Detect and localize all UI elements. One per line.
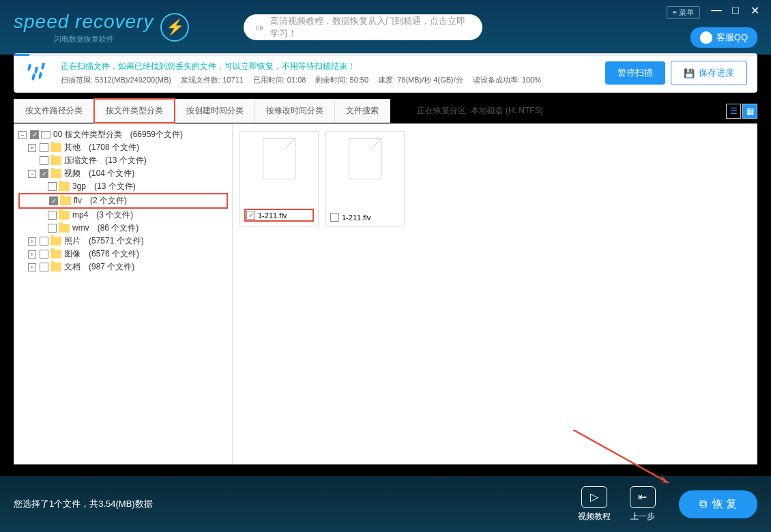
tab-by-type[interactable]: 按文件类型分类 xyxy=(93,98,175,123)
recover-button[interactable]: ⧉ 恢 复 xyxy=(679,490,757,518)
file-icon xyxy=(263,138,295,179)
category-tabs: 按文件路径分类 按文件类型分类 按创建时间分类 按修改时间分类 文件搜索 正在恢… xyxy=(14,98,757,123)
main-content: −✓00 按文件类型分类 (66959个文件) +其他 (1708 个文件) 压… xyxy=(14,123,757,464)
file-checkbox[interactable] xyxy=(330,213,339,222)
list-view-button[interactable]: ☰ xyxy=(726,104,741,119)
back-icon: ⇤ xyxy=(630,486,656,508)
scan-status-bar: 正在扫描文件，如果已经找到您丢失的文件，可以立即恢复，不用等待扫描结束！ 扫描范… xyxy=(14,53,757,93)
tab-by-modified[interactable]: 按修改时间分类 xyxy=(254,99,335,123)
logo-subtitle: 闪电数据恢复软件 xyxy=(14,34,154,44)
tree-mp4[interactable]: mp4 (3 个文件) xyxy=(18,209,228,222)
scan-progress xyxy=(14,54,29,56)
scanning-icon xyxy=(24,63,51,83)
save-icon: 💾 xyxy=(684,68,695,78)
pause-scan-button[interactable]: 暂停扫描 xyxy=(605,61,665,85)
grid-view-button[interactable]: ▦ xyxy=(742,104,757,119)
file-checkbox[interactable]: ✓ xyxy=(246,211,255,220)
file-name: 1-211.flv xyxy=(342,213,370,222)
file-name: 1-211.flv xyxy=(258,211,287,220)
partition-label: 正在恢复分区: 本地磁盘 (H: NTFS) xyxy=(417,105,543,117)
tree-root[interactable]: −✓00 按文件类型分类 (66959个文件) xyxy=(18,128,228,141)
tutorial-banner[interactable]: 🕪 高清视频教程，数据恢复从入门到精通，点击立即学习！ xyxy=(244,14,482,40)
qq-support-button[interactable]: 客服QQ xyxy=(690,27,757,48)
scan-message: 正在扫描文件，如果已经找到您丢失的文件，可以立即恢复，不用等待扫描结束！ xyxy=(61,61,600,72)
save-progress-button[interactable]: 💾 保存进度 xyxy=(671,61,747,85)
video-tutorial-button[interactable]: ▷ 视频教程 xyxy=(578,486,611,522)
tree-other[interactable]: +其他 (1708 个文件) xyxy=(18,141,228,154)
tab-by-path[interactable]: 按文件路径分类 xyxy=(14,99,94,123)
logo-text: speed recovery xyxy=(14,11,154,33)
tree-image[interactable]: +图像 (6576 个文件) xyxy=(18,248,228,261)
minimize-button[interactable]: — xyxy=(707,4,726,20)
tree-wmv[interactable]: wmv (86 个文件) xyxy=(18,222,228,235)
file-grid: ✓ 1-211.flv 1-211.flv xyxy=(233,124,757,464)
tree-photo[interactable]: +照片 (57571 个文件) xyxy=(18,235,228,248)
maximize-button[interactable]: □ xyxy=(726,4,745,20)
tab-by-created[interactable]: 按创建时间分类 xyxy=(175,99,255,123)
tree-doc[interactable]: +文档 (987 个文件) xyxy=(18,261,228,274)
tab-search[interactable]: 文件搜索 xyxy=(334,99,390,123)
menu-button[interactable]: ≡ 菜单 xyxy=(667,6,700,19)
scan-stats: 扫描范围: 5312(MB)/249200(MB) 发现文件数: 10711 已… xyxy=(61,75,600,85)
tree-flv[interactable]: ✓flv (2 个文件) xyxy=(18,193,228,209)
app-logo: speed recovery 闪电数据恢复软件 ⚡ xyxy=(14,11,189,44)
recover-icon: ⧉ xyxy=(699,498,707,510)
tree-video[interactable]: −✓视频 (104 个文件) xyxy=(18,167,228,180)
tree-3gp[interactable]: 3gp (13 个文件) xyxy=(18,180,228,193)
app-header: speed recovery 闪电数据恢复软件 ⚡ 🕪 高清视频教程，数据恢复从… xyxy=(0,0,771,55)
prev-step-button[interactable]: ⇤ 上一步 xyxy=(630,486,656,522)
app-footer: 您选择了1个文件，共3.54(MB)数据 ▷ 视频教程 ⇤ 上一步 ⧉ 恢 复 xyxy=(0,476,771,532)
category-tree: −✓00 按文件类型分类 (66959个文件) +其他 (1708 个文件) 压… xyxy=(14,124,233,464)
file-icon xyxy=(349,138,381,179)
file-item[interactable]: ✓ 1-211.flv xyxy=(239,131,319,226)
lightning-icon: ⚡ xyxy=(160,13,189,42)
qq-penguin-icon xyxy=(700,31,712,44)
close-button[interactable]: ✕ xyxy=(745,4,764,20)
play-icon: ▷ xyxy=(581,486,607,508)
speaker-icon: 🕪 xyxy=(254,23,263,33)
tutorial-text: 高清视频教程，数据恢复从入门到精通，点击立即学习！ xyxy=(270,15,471,40)
selection-summary: 您选择了1个文件，共3.54(MB)数据 xyxy=(14,498,568,510)
tree-archive[interactable]: 压缩文件 (13 个文件) xyxy=(18,154,228,167)
window-controls: ≡ 菜单 — □ ✕ xyxy=(667,4,764,20)
file-item[interactable]: 1-211.flv xyxy=(325,131,405,226)
